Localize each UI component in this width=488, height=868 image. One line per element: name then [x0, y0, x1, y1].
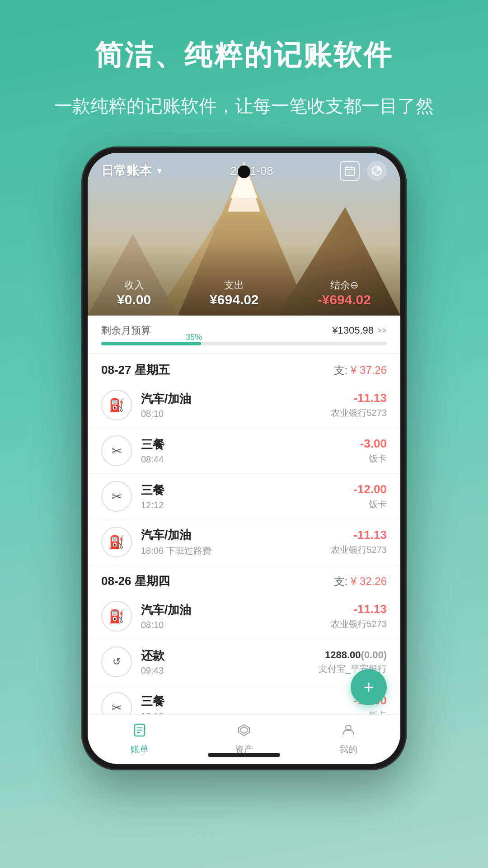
tx-icon-meal3: ✂: [101, 692, 132, 714]
date-group-label2: 08-26 星期四: [101, 573, 170, 589]
dropdown-arrow-icon: ▼: [155, 166, 164, 176]
tx-time: 08:10: [141, 620, 322, 630]
tx-category: 还款: [141, 648, 310, 664]
tx-category: 汽车/加油: [141, 527, 322, 543]
page-title-text: 简洁、纯粹的记账软件: [95, 36, 393, 74]
income-label: 收入: [117, 278, 151, 292]
assets-icon: [237, 723, 251, 741]
phone-screen: 日常账本 ▼ 2021-08 27: [88, 153, 400, 764]
tx-amount: -11.13: [331, 528, 387, 542]
tx-icon-meal: ✂: [101, 435, 132, 466]
balance-label: 结余⊖: [318, 278, 371, 292]
svg-marker-18: [241, 727, 247, 733]
tx-right: -3.00 饭卡: [360, 437, 387, 465]
stat-income: 收入 ¥0.00: [117, 278, 151, 307]
calendar-icon[interactable]: 27: [340, 161, 360, 181]
account-selector[interactable]: 日常账本 ▼: [101, 162, 164, 179]
stat-expense: 支出 ¥694.02: [210, 278, 258, 307]
nav-item-profile[interactable]: 我的: [312, 723, 385, 755]
tx-icon-fuel2: ⛽: [101, 527, 132, 557]
tx-item[interactable]: ✂ 三餐 08:44 -3.00 饭卡: [88, 428, 400, 474]
tx-category: 汽车/加油: [141, 602, 322, 618]
income-value: ¥0.00: [117, 292, 151, 307]
tx-bank: 农业银行5273: [331, 618, 387, 630]
date-group-total2: 支: ¥ 32.26: [334, 574, 387, 589]
expense-label: 支出: [210, 278, 258, 292]
budget-section: 剩余月预算 ¥1305.98 >> 35%: [88, 316, 400, 354]
nav-label-profile: 我的: [339, 743, 357, 755]
header-icons: 27: [340, 161, 387, 181]
budget-amount: ¥1305.98 >>: [332, 325, 387, 336]
profile-icon: [342, 723, 355, 741]
expense-value: ¥694.02: [210, 292, 258, 307]
tx-amount: 1288.00(0.00): [319, 649, 387, 661]
tx-item[interactable]: ⛽ 汽车/加油 08:10 -11.13 农业银行5273: [88, 382, 400, 428]
tx-right: -11.13 农业银行5273: [331, 391, 387, 419]
tx-bank: 饭卡: [360, 453, 387, 465]
tx-amount: -11.13: [331, 602, 387, 616]
tx-info: 汽车/加油 08:10: [141, 602, 322, 630]
tx-info: 还款 09:43: [141, 648, 310, 676]
budget-label: 剩余月预算: [101, 324, 151, 337]
scroll-content[interactable]: 08-27 星期五 支: ¥ 37.26 ⛽ 汽车/加油 08:10 -11.1…: [88, 354, 400, 714]
tx-category: 三餐: [141, 693, 344, 709]
page-subtitle-text: 一款纯粹的记账软件，让每一笔收支都一目了然: [18, 92, 470, 119]
phone-frame: 日常账本 ▼ 2021-08 27: [81, 146, 407, 770]
tx-amount: -12.00: [353, 482, 387, 496]
svg-marker-17: [239, 725, 249, 736]
tx-category: 三餐: [141, 437, 351, 453]
tx-item[interactable]: ⛽ 汽车/加油 08:10 -11.13 农业银行5273: [88, 594, 400, 639]
nav-item-assets[interactable]: 资产: [208, 723, 280, 755]
tx-item[interactable]: ✂ 三餐 12:12 -12.00 饭卡: [88, 474, 400, 519]
tx-icon-fuel3: ⛽: [101, 601, 132, 632]
header-date: 2021-08: [230, 164, 273, 178]
tx-info: 三餐 08:44: [141, 437, 351, 465]
date-group-label: 08-27 星期五: [101, 362, 170, 378]
home-indicator: [208, 753, 280, 757]
budget-bar-fill: 35%: [101, 342, 201, 345]
bills-icon: [133, 723, 146, 741]
nav-item-bills[interactable]: 账单: [103, 723, 176, 755]
tx-info: 三餐 12:18: [141, 693, 344, 714]
tx-info: 三餐 12:12: [141, 482, 344, 510]
tx-item[interactable]: ⛽ 汽车/加油 18:06 下班过路费 -11.13 农业银行5273: [88, 519, 400, 565]
budget-chevron-icon: >>: [377, 326, 387, 335]
tx-icon-meal2: ✂: [101, 481, 132, 512]
date-group-header-0826: 08-26 星期四 支: ¥ 32.26: [88, 565, 400, 594]
tx-bank: 农业银行5273: [331, 407, 387, 419]
tx-bank: 农业银行5273: [331, 544, 387, 556]
add-fab[interactable]: +: [351, 669, 387, 705]
tx-bank: 饭卡: [353, 709, 387, 714]
punch-hole: [238, 165, 250, 178]
tx-right: -12.00 饭卡: [353, 482, 387, 510]
nav-label-bills: 账单: [131, 743, 149, 755]
tx-icon-repay: ↺: [101, 646, 132, 677]
tx-category: 汽车/加油: [141, 391, 322, 407]
stat-balance: 结余⊖ -¥694.02: [318, 278, 371, 307]
balance-value: -¥694.02: [318, 292, 371, 307]
tx-time: 08:44: [141, 454, 351, 465]
tx-time: 18:06 下班过路费: [141, 545, 322, 557]
budget-pct-label: 35%: [186, 333, 202, 342]
tx-right: -11.13 农业银行5273: [331, 528, 387, 556]
tx-time: 08:10: [141, 409, 322, 419]
svg-text:27: 27: [348, 170, 352, 175]
account-name: 日常账本: [101, 162, 152, 179]
tx-info: 汽车/加油 08:10: [141, 391, 322, 419]
chart-icon[interactable]: [367, 161, 387, 181]
budget-bar: 35%: [101, 342, 387, 345]
tx-info: 汽车/加油 18:06 下班过路费: [141, 527, 322, 557]
stats-row: 收入 ¥0.00 支出 ¥694.02 结余⊖ -¥694.02: [88, 278, 400, 307]
date-group-header-0827: 08-27 星期五 支: ¥ 37.26: [88, 354, 400, 382]
tx-amount: -11.13: [331, 391, 387, 405]
tx-time: 09:43: [141, 665, 310, 676]
tx-right: -11.13 农业银行5273: [331, 602, 387, 630]
tx-bank: 饭卡: [353, 498, 387, 510]
tx-icon-fuel: ⛽: [101, 390, 132, 420]
tx-amount: -3.00: [360, 437, 387, 451]
phone-mockup: 日常账本 ▼ 2021-08 27: [81, 146, 407, 770]
date-group-total: 支: ¥ 37.26: [334, 363, 387, 377]
tx-time: 12:18: [141, 711, 344, 714]
tx-category: 三餐: [141, 482, 344, 498]
tx-time: 12:12: [141, 500, 344, 510]
